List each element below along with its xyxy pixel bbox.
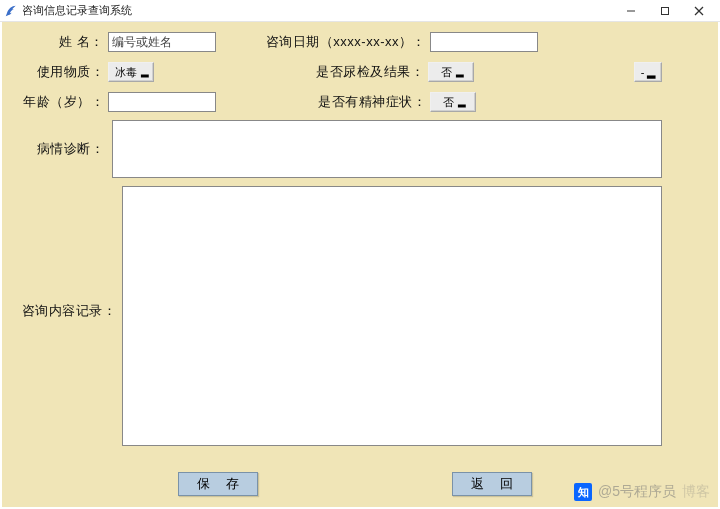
dropdown-arrow-icon: ▂ xyxy=(456,67,464,77)
urine-dropdown[interactable]: 否 ▂ xyxy=(428,62,474,82)
window-titlebar: 咨询信息记录查询系统 xyxy=(0,0,720,22)
window-minimize-button[interactable] xyxy=(614,1,648,21)
back-button-label: 返 回 xyxy=(471,475,519,493)
diagnosis-label: 病情诊断： xyxy=(2,140,108,158)
form-client-area: 姓 名： 咨询日期（xxxx-xx-xx）： 使用物质： 冰毒 ▂ 是否尿检及结… xyxy=(2,22,718,507)
date-input[interactable] xyxy=(430,32,538,52)
substance-dropdown[interactable]: 冰毒 ▂ xyxy=(108,62,154,82)
age-input[interactable] xyxy=(108,92,216,112)
save-button-label: 保 存 xyxy=(197,475,245,493)
mental-dropdown-value: 否 xyxy=(443,95,454,110)
diagnosis-textarea[interactable] xyxy=(112,120,662,178)
record-textarea[interactable] xyxy=(122,186,662,446)
urine-dropdown-value: 否 xyxy=(441,65,452,80)
feather-icon xyxy=(4,4,18,18)
date-label: 咨询日期（xxxx-xx-xx）： xyxy=(230,33,430,51)
dropdown-arrow-icon: ▂ xyxy=(458,97,466,107)
svg-rect-1 xyxy=(662,7,669,14)
mental-dropdown[interactable]: 否 ▂ xyxy=(430,92,476,112)
window-title: 咨询信息记录查询系统 xyxy=(22,3,132,18)
zhihu-icon: 知 xyxy=(574,483,592,501)
window-close-button[interactable] xyxy=(682,1,716,21)
dropdown-arrow-icon: ▂ xyxy=(647,66,655,79)
watermark-author: @5号程序员 xyxy=(598,483,676,501)
back-button[interactable]: 返 回 xyxy=(452,472,532,496)
name-input[interactable] xyxy=(108,32,216,52)
extra-dropdown-value: - xyxy=(641,66,645,78)
substance-dropdown-value: 冰毒 xyxy=(115,65,137,80)
age-label: 年龄（岁）： xyxy=(2,93,108,111)
save-button[interactable]: 保 存 xyxy=(178,472,258,496)
name-label: 姓 名： xyxy=(2,33,108,51)
mental-label: 是否有精神症状： xyxy=(230,93,430,111)
watermark-site: 博客 xyxy=(682,483,710,501)
extra-dropdown[interactable]: - ▂ xyxy=(634,62,662,82)
record-label: 咨询内容记录： xyxy=(2,302,120,320)
urine-label: 是否尿检及结果： xyxy=(228,63,428,81)
substance-label: 使用物质： xyxy=(2,63,108,81)
dropdown-arrow-icon: ▂ xyxy=(141,67,149,77)
window-maximize-button[interactable] xyxy=(648,1,682,21)
watermark: 知 @5号程序员 博客 xyxy=(574,483,710,501)
